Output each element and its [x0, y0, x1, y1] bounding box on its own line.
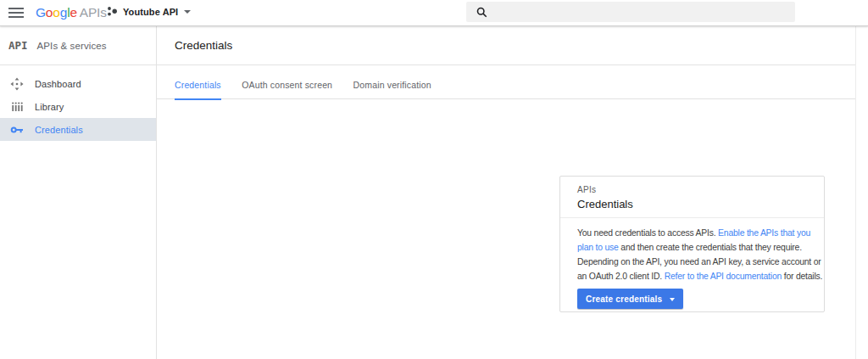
search-bar[interactable] [466, 2, 795, 22]
create-credentials-label: Create credentials [586, 294, 662, 304]
card-header: APIs Credentials [560, 177, 824, 218]
project-selector-icon [107, 6, 118, 17]
dashboard-icon [10, 77, 24, 91]
project-name-label: Youtube API [123, 7, 178, 17]
top-app-bar: GoogleAPIs Youtube API [0, 0, 868, 26]
body-text: Depending on the API, you need an API ke… [577, 257, 821, 266]
chevron-down-icon [184, 10, 191, 14]
card-body-line: plan to use and then create the credenti… [577, 240, 824, 255]
key-icon [10, 123, 24, 137]
sidebar-item-label: Library [35, 102, 64, 112]
sidebar-nav: Dashboard Library [0, 65, 157, 359]
api-documentation-link[interactable]: Refer to the API documentation [665, 272, 782, 281]
page-title: Credentials [157, 26, 855, 65]
card-body-line: You need credentials to access APIs. Ena… [577, 226, 824, 240]
body-text: You need credentials to access APIs. [577, 228, 718, 238]
body-text: and then create the credentials that the… [619, 243, 802, 252]
sidebar-item-label: Credentials [35, 125, 83, 135]
tab-bar: Credentials OAuth consent screen Domain … [157, 65, 855, 99]
logo-letter: o [53, 5, 59, 20]
enable-apis-link[interactable]: Enable the APIs that you [718, 228, 810, 238]
sidebar-header: API APIs & services [0, 26, 157, 65]
search-icon [476, 7, 487, 18]
card-body: You need credentials to access APIs. Ena… [560, 218, 824, 283]
google-apis-logo: GoogleAPIs [36, 5, 107, 20]
search-input[interactable] [494, 2, 795, 22]
tab-oauth-consent-screen[interactable]: OAuth consent screen [242, 80, 332, 98]
chevron-down-icon [670, 298, 675, 301]
sidebar-title: APIs & services [37, 41, 107, 51]
sidebar-item-dashboard[interactable]: Dashboard [0, 72, 156, 95]
create-credentials-button[interactable]: Create credentials [577, 289, 683, 309]
section-header-row: API APIs & services Credentials [0, 26, 855, 65]
card-body-line: an OAuth 2.0 client ID. Refer to the API… [577, 269, 824, 283]
body-text: for details. [782, 272, 822, 281]
logo-suffix: APIs [80, 5, 107, 20]
project-selector[interactable]: Youtube API [107, 6, 191, 17]
sidebar-item-credentials[interactable]: Credentials [0, 118, 156, 141]
logo-letter: g [60, 5, 67, 20]
logo-letter: e [70, 5, 76, 20]
logo-letter: G [36, 5, 46, 20]
credentials-card: APIs Credentials You need credentials to… [559, 176, 825, 312]
hamburger-menu-icon[interactable] [8, 8, 24, 18]
library-icon [10, 100, 24, 114]
card-body-line: Depending on the API, you need an API ke… [577, 255, 824, 269]
body-text: an OAuth 2.0 client ID. [577, 272, 665, 281]
card-eyebrow: APIs [577, 185, 807, 194]
sidebar-item-library[interactable]: Library [0, 95, 156, 118]
enable-apis-link[interactable]: plan to use [577, 243, 619, 252]
card-title: Credentials [577, 198, 807, 210]
apis-services-logo-icon: API [8, 39, 28, 52]
tab-credentials[interactable]: Credentials [175, 80, 221, 100]
tab-domain-verification[interactable]: Domain verification [353, 80, 431, 98]
sidebar-item-label: Dashboard [35, 79, 81, 89]
